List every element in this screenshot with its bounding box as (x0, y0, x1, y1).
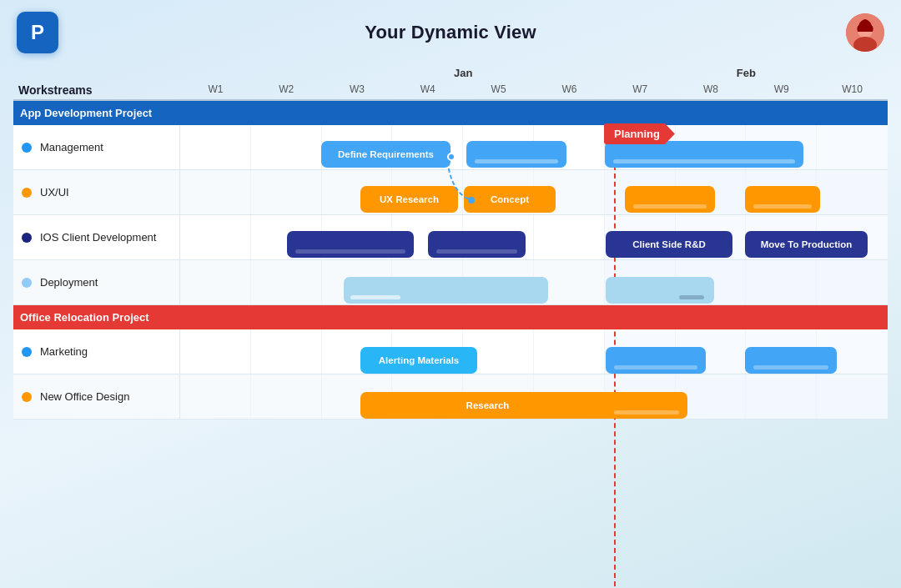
mkt-w2 (251, 329, 322, 374)
dot-office-design (22, 392, 32, 402)
mgmt-w10 (817, 125, 888, 169)
uxui-w1 (180, 170, 251, 214)
month-label-spacer (13, 65, 180, 81)
dep-w9 (746, 260, 817, 304)
mkt-w1 (180, 329, 251, 374)
label-office-design: New Office Design (13, 374, 180, 419)
week-w3: W3 (322, 83, 393, 97)
week-w1: W1 (180, 83, 251, 97)
month-empty-1 (180, 65, 251, 81)
bar-deployment-2[interactable] (606, 277, 714, 304)
bar-mgmt-2[interactable] (466, 141, 566, 168)
app-container: P Your Dynamic View Planning (0, 0, 901, 588)
uxui-w2 (251, 170, 322, 214)
bar-client-side-rd[interactable]: Client Side R&D (606, 231, 732, 258)
bar-ios-1[interactable] (287, 231, 414, 258)
week-w4: W4 (392, 83, 463, 97)
week-w5: W5 (463, 83, 534, 97)
dot-management (22, 143, 32, 153)
label-deployment: Deployment (13, 260, 180, 304)
week-w10: W10 (817, 83, 888, 97)
dot-marketing (22, 347, 32, 357)
month-empty-2 (251, 65, 322, 81)
week-w8: W8 (676, 83, 747, 97)
bar-marketing-2[interactable] (606, 347, 706, 374)
month-jan: Jan (322, 65, 605, 81)
month-feb: Feb (605, 65, 888, 81)
week-w6: W6 (534, 83, 605, 97)
label-ios: IOS Client Development (13, 215, 180, 259)
od-w1 (180, 374, 251, 419)
week-w2: W2 (251, 83, 322, 97)
workstreams-label: Workstreams (13, 83, 180, 97)
bar-concept[interactable]: Concept (464, 186, 556, 213)
header: P Your Dynamic View (0, 0, 901, 65)
uxui-w10 (817, 170, 888, 214)
week-w9: W9 (746, 83, 817, 97)
week-w7: W7 (605, 83, 676, 97)
ios-w1 (180, 215, 251, 259)
mgmt-w1 (180, 125, 251, 169)
page-title: Your Dynamic View (365, 22, 536, 43)
bar-ios-2[interactable] (428, 231, 526, 258)
dep-w1 (180, 260, 251, 304)
avatar-image (846, 13, 884, 52)
bar-mgmt-3[interactable] (605, 141, 803, 168)
bar-alerting-materials[interactable]: Alerting Materials (360, 347, 477, 374)
dot-deployment (22, 278, 32, 288)
od-w9 (746, 374, 817, 419)
bar-define-requirements[interactable]: Define Requirements (321, 141, 450, 168)
bar-research[interactable]: Research (360, 392, 615, 419)
ios-w6 (534, 215, 605, 259)
label-uxui: UX/UI (13, 170, 180, 214)
week-header-row: Workstreams W1 W2 W3 W4 W5 W6 W7 W8 W9 W… (13, 81, 888, 101)
dot-ios (22, 233, 32, 243)
bar-deployment-1[interactable] (344, 277, 548, 304)
avatar[interactable] (846, 13, 884, 52)
bar-ux-research[interactable]: UX Research (360, 186, 458, 213)
bar-ux-4[interactable] (745, 186, 820, 213)
mkt-w6 (534, 329, 605, 374)
month-header-row: Jan Feb (13, 65, 888, 81)
section-app-dev-header: App Development Project (13, 101, 888, 125)
od-w10 (817, 374, 888, 419)
bar-marketing-3[interactable] (745, 347, 837, 374)
bar-office-design-2[interactable] (606, 392, 687, 419)
dep-w10 (817, 260, 888, 304)
logo[interactable]: P (17, 12, 58, 53)
label-management: Management (13, 125, 180, 169)
bar-ux-3[interactable] (625, 186, 715, 213)
section-office-header: Office Relocation Project (13, 305, 888, 329)
planning-banner: Planning (604, 123, 675, 144)
od-w2 (251, 374, 322, 419)
dep-w2 (251, 260, 322, 304)
mgmt-w2 (251, 125, 322, 169)
dot-uxui (22, 188, 32, 198)
bar-move-to-production[interactable]: Move To Production (745, 231, 868, 258)
label-marketing: Marketing (13, 329, 180, 374)
